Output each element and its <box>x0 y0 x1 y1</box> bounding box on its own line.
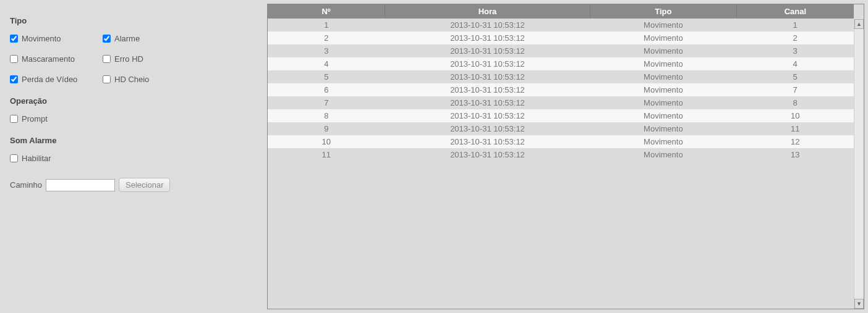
cell-tipo: Movimento <box>590 96 736 109</box>
checkbox-mascaramento[interactable]: Mascaramento <box>10 54 103 64</box>
table-row[interactable]: 112013-10-31 10:53:12Movimento13 <box>268 148 854 161</box>
header-canal[interactable]: Canal <box>736 4 854 19</box>
checkbox-prompt[interactable]: Prompt <box>10 114 257 123</box>
table-row[interactable]: 82013-10-31 10:53:12Movimento10 <box>268 109 854 122</box>
table-row[interactable]: 72013-10-31 10:53:12Movimento8 <box>268 96 854 109</box>
cell-num: 9 <box>268 122 385 135</box>
checkbox-habilitar-label: Habilitar <box>22 154 51 163</box>
checkbox-habilitar-input[interactable] <box>10 154 18 162</box>
caminho-input[interactable] <box>46 179 115 191</box>
cell-hora: 2013-10-31 10:53:12 <box>385 44 590 57</box>
event-table: Nº Hora Tipo Canal 12013-10-31 10:53:12M… <box>268 4 854 161</box>
checkbox-perda-video[interactable]: Perda de Vídeo <box>10 75 103 84</box>
cell-canal: 11 <box>736 122 854 135</box>
checkbox-hd-cheio[interactable]: HD Cheio <box>103 75 195 84</box>
cell-canal: 10 <box>736 109 854 122</box>
cell-tipo: Movimento <box>590 57 736 70</box>
table-row[interactable]: 52013-10-31 10:53:12Movimento5 <box>268 70 854 83</box>
caminho-label: Caminho <box>10 180 42 190</box>
table-row[interactable]: 62013-10-31 10:53:12Movimento7 <box>268 83 854 96</box>
checkbox-movimento-input[interactable] <box>10 35 18 43</box>
cell-num: 8 <box>268 109 385 122</box>
operacao-title: Operação <box>10 96 257 106</box>
checkbox-habilitar[interactable]: Habilitar <box>10 154 257 163</box>
table-header-row: Nº Hora Tipo Canal <box>268 4 854 19</box>
checkbox-movimento-label: Movimento <box>22 34 61 43</box>
checkbox-prompt-label: Prompt <box>22 114 48 123</box>
checkbox-mascaramento-label: Mascaramento <box>22 54 75 64</box>
table-row[interactable]: 42013-10-31 10:53:12Movimento4 <box>268 57 854 70</box>
cell-hora: 2013-10-31 10:53:12 <box>385 57 590 70</box>
cell-hora: 2013-10-31 10:53:12 <box>385 70 590 83</box>
cell-num: 6 <box>268 83 385 96</box>
cell-num: 10 <box>268 135 385 148</box>
cell-hora: 2013-10-31 10:53:12 <box>385 19 590 31</box>
checkbox-hd-cheio-label: HD Cheio <box>114 75 149 84</box>
path-row: Caminho Selecionar <box>10 178 257 192</box>
cell-num: 5 <box>268 70 385 83</box>
cell-canal: 1 <box>736 19 854 31</box>
cell-num: 7 <box>268 96 385 109</box>
table-row[interactable]: 92013-10-31 10:53:12Movimento11 <box>268 122 854 135</box>
scrollbar[interactable]: ▲ ▼ <box>854 19 864 309</box>
cell-hora: 2013-10-31 10:53:12 <box>385 109 590 122</box>
table-row[interactable]: 32013-10-31 10:53:12Movimento3 <box>268 44 854 57</box>
table-row[interactable]: 22013-10-31 10:53:12Movimento2 <box>268 31 854 44</box>
header-num[interactable]: Nº <box>268 4 385 19</box>
cell-canal: 5 <box>736 70 854 83</box>
cell-canal: 3 <box>736 44 854 57</box>
cell-hora: 2013-10-31 10:53:12 <box>385 31 590 44</box>
cell-tipo: Movimento <box>590 83 736 96</box>
checkbox-erro-hd-input[interactable] <box>103 55 111 63</box>
selecionar-button[interactable]: Selecionar <box>119 178 170 192</box>
checkbox-alarme-input[interactable] <box>103 35 111 43</box>
cell-canal: 12 <box>736 135 854 148</box>
cell-tipo: Movimento <box>590 135 736 148</box>
cell-tipo: Movimento <box>590 44 736 57</box>
cell-hora: 2013-10-31 10:53:12 <box>385 83 590 96</box>
cell-hora: 2013-10-31 10:53:12 <box>385 148 590 161</box>
checkbox-movimento[interactable]: Movimento <box>10 34 103 43</box>
cell-canal: 2 <box>736 31 854 44</box>
tipo-grid: Movimento Alarme Mascaramento Erro HD Pe… <box>10 34 257 84</box>
scroll-up-icon[interactable]: ▲ <box>854 19 864 29</box>
checkbox-perda-video-label: Perda de Vídeo <box>22 75 77 84</box>
checkbox-mascaramento-input[interactable] <box>10 55 18 63</box>
table-row[interactable]: 12013-10-31 10:53:12Movimento1 <box>268 19 854 31</box>
checkbox-erro-hd-label: Erro HD <box>114 54 143 64</box>
cell-tipo: Movimento <box>590 148 736 161</box>
cell-num: 11 <box>268 148 385 161</box>
cell-tipo: Movimento <box>590 122 736 135</box>
cell-canal: 7 <box>736 83 854 96</box>
som-alarme-title: Som Alarme <box>10 136 257 145</box>
checkbox-erro-hd[interactable]: Erro HD <box>103 54 195 64</box>
checkbox-perda-video-input[interactable] <box>10 75 18 83</box>
checkbox-alarme-label: Alarme <box>114 34 140 43</box>
header-tipo[interactable]: Tipo <box>590 4 736 19</box>
cell-tipo: Movimento <box>590 19 736 31</box>
cell-num: 4 <box>268 57 385 70</box>
tipo-title: Tipo <box>10 16 257 25</box>
cell-canal: 4 <box>736 57 854 70</box>
sidebar: Tipo Movimento Alarme Mascaramento Erro … <box>4 4 263 309</box>
cell-num: 2 <box>268 31 385 44</box>
table-row[interactable]: 102013-10-31 10:53:12Movimento12 <box>268 135 854 148</box>
cell-canal: 8 <box>736 96 854 109</box>
checkbox-prompt-input[interactable] <box>10 115 18 123</box>
checkbox-hd-cheio-input[interactable] <box>103 75 111 83</box>
cell-hora: 2013-10-31 10:53:12 <box>385 96 590 109</box>
checkbox-alarme[interactable]: Alarme <box>103 34 195 43</box>
cell-hora: 2013-10-31 10:53:12 <box>385 122 590 135</box>
cell-num: 1 <box>268 19 385 31</box>
event-table-container: Nº Hora Tipo Canal 12013-10-31 10:53:12M… <box>267 4 864 309</box>
cell-tipo: Movimento <box>590 109 736 122</box>
cell-canal: 13 <box>736 148 854 161</box>
header-hora[interactable]: Hora <box>385 4 590 19</box>
cell-hora: 2013-10-31 10:53:12 <box>385 135 590 148</box>
scroll-down-icon[interactable]: ▼ <box>854 299 864 309</box>
cell-num: 3 <box>268 44 385 57</box>
cell-tipo: Movimento <box>590 70 736 83</box>
main-content: Nº Hora Tipo Canal 12013-10-31 10:53:12M… <box>267 4 864 309</box>
cell-tipo: Movimento <box>590 31 736 44</box>
